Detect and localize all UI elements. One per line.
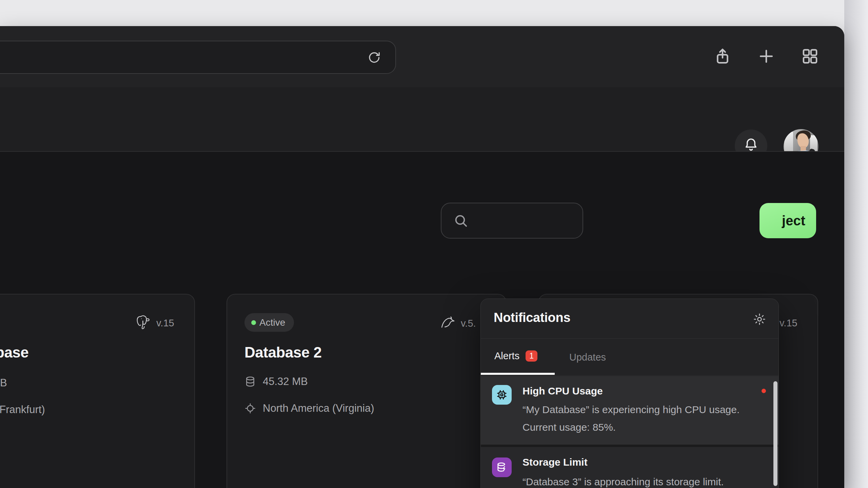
card-size: 45.32 MB <box>263 375 308 388</box>
notifications-tabs: Alerts 1 Updates <box>481 339 778 376</box>
tab-updates[interactable]: Updates <box>569 352 606 363</box>
card-title: Database 2 <box>244 344 321 361</box>
new-tab-icon[interactable] <box>756 46 776 66</box>
alert-title: High CPU Usage <box>522 385 603 397</box>
card-region-fragment: (Frankfurt) <box>0 404 45 416</box>
postgresql-icon <box>135 313 152 333</box>
notifications-popover: Notifications Alerts 1 Updates <box>480 299 779 488</box>
database-card[interactable]: v.15 base B (Frankfurt) <box>0 294 195 488</box>
browser-window: ject v.15 base <box>0 26 844 488</box>
card-region-row: North America (Virginia) <box>244 402 374 414</box>
alert-line: “My Database” is experiencing high CPU u… <box>522 404 739 415</box>
gear-icon[interactable] <box>753 312 766 326</box>
mysql-icon <box>438 313 457 334</box>
database-card[interactable]: Active v.5. Database 2 <box>226 294 507 488</box>
alerts-list: High CPU Usage “My Database” is experien… <box>481 377 778 488</box>
main-content: ject v.15 base <box>0 152 844 488</box>
cpu-icon <box>492 385 512 405</box>
share-icon[interactable] <box>713 46 732 66</box>
card-size-row: 45.32 MB <box>244 375 308 388</box>
locate-icon <box>244 402 256 414</box>
app-header <box>0 87 844 151</box>
active-tab-underline <box>481 373 555 375</box>
search-input[interactable] <box>441 203 583 239</box>
active-status-dot <box>251 320 256 325</box>
new-project-button[interactable]: ject <box>760 203 816 238</box>
unread-indicator-dot <box>762 389 766 393</box>
alerts-count-badge: 1 <box>526 350 537 362</box>
desktop-background: ject v.15 base <box>0 0 868 488</box>
address-bar[interactable] <box>0 41 396 74</box>
engine-version-label: v.15 <box>780 318 797 329</box>
engine-version: v.5. <box>438 313 476 334</box>
database-icon <box>244 375 256 388</box>
scrollbar-thumb[interactable] <box>773 381 777 486</box>
tab-alerts[interactable]: Alerts 1 <box>494 350 537 362</box>
alert-line: Current usage: 85%. <box>522 422 616 433</box>
notifications-title: Notifications <box>494 310 570 325</box>
desktop-right-strip <box>844 0 868 488</box>
alert-title: Storage Limit <box>522 456 588 468</box>
alert-item[interactable]: Storage Limit “Database 3” is approachin… <box>481 447 778 488</box>
database-bolt-icon <box>492 458 512 477</box>
refresh-icon[interactable] <box>365 49 382 66</box>
engine-version-label: v.5. <box>461 318 476 329</box>
engine-version: v.15 <box>135 313 174 333</box>
search-icon <box>453 213 469 229</box>
tab-overview-icon[interactable] <box>800 46 820 66</box>
alert-item[interactable]: High CPU Usage “My Database” is experien… <box>481 377 778 447</box>
browser-toolbar <box>0 26 844 87</box>
tab-alerts-label: Alerts <box>494 350 519 362</box>
card-size-fragment: B <box>0 377 7 389</box>
status-label: Active <box>259 317 285 328</box>
engine-version-label: v.15 <box>156 318 174 329</box>
card-region: North America (Virginia) <box>263 402 374 414</box>
status-badge: Active <box>244 313 294 332</box>
alert-line: “Database 3” is approaching its storage … <box>522 476 724 488</box>
card-title-fragment: base <box>0 344 28 361</box>
notifications-header: Notifications <box>481 299 778 339</box>
new-project-label: ject <box>782 213 805 228</box>
